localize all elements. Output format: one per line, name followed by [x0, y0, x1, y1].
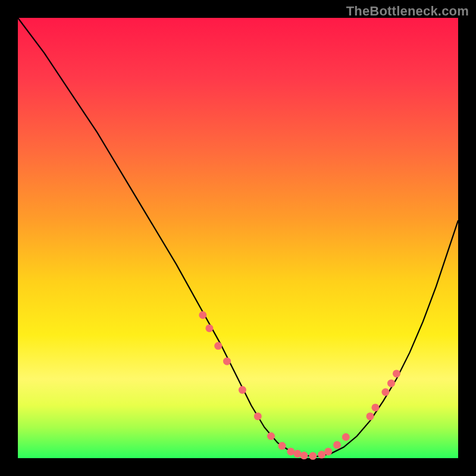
curve-marker-dot — [324, 447, 332, 455]
curve-marker-dot — [333, 441, 341, 449]
plot-area — [18, 18, 458, 458]
curve-marker-dot — [239, 386, 246, 394]
chart-frame: TheBottleneck.com — [0, 0, 476, 476]
curve-marker-dot — [342, 433, 350, 441]
curve-marker-dot — [278, 442, 286, 450]
watermark-text: TheBottleneck.com — [346, 4, 469, 19]
curve-marker-dot — [309, 452, 317, 460]
curve-markers-group — [199, 311, 400, 460]
curve-marker-dot — [254, 412, 262, 420]
curve-marker-dot — [214, 342, 222, 350]
curve-marker-dot — [318, 451, 325, 459]
curve-marker-dot — [381, 389, 389, 396]
curve-marker-dot — [223, 358, 231, 365]
curve-marker-dot — [387, 380, 395, 387]
bottleneck-curve-svg — [18, 18, 458, 458]
curve-marker-dot — [367, 412, 374, 420]
curve-marker-dot — [293, 450, 301, 458]
curve-marker-dot — [371, 403, 379, 411]
curve-marker-dot — [267, 433, 275, 440]
curve-marker-dot — [287, 447, 295, 455]
curve-marker-dot — [393, 369, 400, 377]
curve-marker-dot — [300, 452, 308, 459]
curve-marker-dot — [199, 311, 206, 319]
bottleneck-curve-path — [18, 18, 458, 456]
curve-marker-dot — [205, 324, 213, 332]
